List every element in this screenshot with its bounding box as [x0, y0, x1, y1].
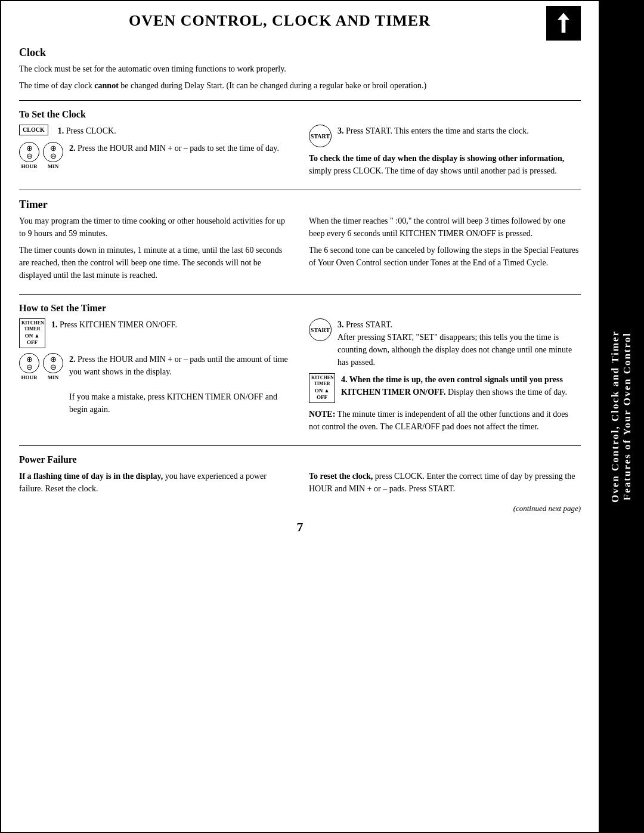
sidebar-inner: Features of Your Oven Control Oven Contr… — [609, 13, 633, 820]
step1-text: 1. Press CLOCK. — [58, 125, 291, 137]
step4-timer-text: 4. When the time is up, the oven control… — [341, 373, 581, 398]
clock-para2-bold: cannot — [94, 81, 118, 90]
set-timer-step4: KITCHENTIMERON ▲ OFF 4. When the time is… — [309, 373, 581, 403]
min-label: MIN — [48, 163, 59, 169]
timer-hour-min-pads: ⊕ ⊖ HOUR ⊕ ⊖ MIN — [19, 353, 63, 380]
kitchen-timer-button-1: KITCHENTIMERON ▲ OFF — [19, 318, 45, 348]
set-clock-step1: CLOCK 1. Press CLOCK. — [19, 125, 291, 137]
clock-button-area: CLOCK — [19, 125, 48, 135]
sidebar-top-text: Features of Your Oven Control — [621, 320, 633, 512]
timer-start-button: START — [309, 318, 332, 341]
power-failure-para1: If a flashing time of day is in the disp… — [19, 470, 291, 495]
timer-para4: The 6 second tone can be canceled by fol… — [309, 244, 581, 269]
hour-pad: ⊕ ⊖ HOUR — [19, 142, 39, 169]
hour-label: HOUR — [21, 163, 38, 169]
page-number: 7 — [19, 519, 581, 535]
sidebar-bottom-section: Oven Control, Clock and Timer — [609, 318, 621, 515]
clock-para2-prefix: The time of day clock — [19, 81, 94, 90]
timer-min-circle: ⊕ ⊖ — [43, 353, 63, 373]
set-timer-step1: KITCHENTIMERON ▲ OFF 1. Press KITCHEN TI… — [19, 318, 291, 348]
clock-button: CLOCK — [19, 125, 48, 135]
set-clock-right-col: START 3. Press START. This enters the ti… — [309, 125, 581, 181]
timer-section: Timer You may program the timer to time … — [19, 199, 581, 286]
set-timer-heading: How to Set the Timer — [19, 303, 581, 314]
sidebar: Features of Your Oven Control Oven Contr… — [600, 1, 643, 832]
check-display-note: To check the time of day when the displa… — [309, 152, 581, 177]
set-clock-heading: To Set the Clock — [19, 109, 581, 120]
timer-left-col: You may program the timer to time cookin… — [19, 215, 291, 286]
set-timer-right-col: START 3. Press START. After pressing STA… — [309, 318, 581, 437]
timer-min-pad: ⊕ ⊖ MIN — [43, 353, 63, 380]
step3-text: 3. Press START. This enters the time and… — [338, 125, 581, 137]
set-timer-left-col: KITCHENTIMERON ▲ OFF 1. Press KITCHEN TI… — [19, 318, 291, 437]
min-pad: ⊕ ⊖ MIN — [43, 142, 63, 169]
set-clock-step3: START 3. Press START. This enters the ti… — [309, 125, 581, 147]
set-clock-left-col: CLOCK 1. Press CLOCK. ⊕ ⊖ — [19, 125, 291, 181]
timer-para3: When the timer reaches " :00," the contr… — [309, 215, 581, 240]
start-button: START — [309, 125, 332, 147]
divider-3 — [19, 294, 581, 295]
timer-hour-label: HOUR — [21, 374, 38, 380]
timer-right-col: When the timer reaches " :00," the contr… — [309, 215, 581, 286]
timer-note: NOTE: The minute timer is independent of… — [309, 408, 581, 433]
power-failure-section: Power Failure If a flashing time of day … — [19, 454, 581, 513]
set-timer-section: How to Set the Timer KITCHENTIMERON ▲ OF… — [19, 303, 581, 437]
clock-para1: The clock must be set for the automatic … — [19, 63, 581, 75]
clock-section: Clock The clock must be set for the auto… — [19, 47, 581, 92]
timer-para1: You may program the timer to time cookin… — [19, 215, 291, 240]
divider-1 — [19, 100, 581, 101]
clock-heading: Clock — [19, 47, 581, 59]
sidebar-top-section: Features of Your Oven Control — [621, 320, 633, 512]
title-icon — [546, 6, 581, 41]
timer-para2: The timer counts down in minutes, 1 minu… — [19, 244, 291, 281]
timer-heading: Timer — [19, 199, 581, 211]
kitchen-timer-button-2: KITCHENTIMERON ▲ OFF — [309, 373, 335, 403]
divider-2 — [19, 190, 581, 190]
hour-min-pads: ⊕ ⊖ HOUR ⊕ ⊖ MIN — [19, 142, 63, 169]
min-circle: ⊕ ⊖ — [43, 142, 63, 162]
step2-text: 2. Press the HOUR and MIN + or – pads to… — [69, 142, 291, 154]
divider-4 — [19, 445, 581, 446]
power-failure-para2: To reset the clock, press CLOCK. Enter t… — [309, 470, 581, 495]
step2-timer-text: 2. Press the HOUR and MIN + or – pads un… — [69, 353, 291, 416]
set-clock-section: To Set the Clock CLOCK 1. Press CLOCK. — [19, 109, 581, 181]
set-clock-step2: ⊕ ⊖ HOUR ⊕ ⊖ MIN — [19, 142, 291, 172]
timer-min-label: MIN — [48, 374, 59, 380]
sidebar-bottom-text: Oven Control, Clock and Timer — [609, 318, 621, 515]
continued-note: (continued next page) — [19, 504, 581, 513]
hour-circle: ⊕ ⊖ — [19, 142, 39, 162]
power-failure-left-col: If a flashing time of day is in the disp… — [19, 470, 291, 499]
clock-para2: The time of day clock cannot be changed … — [19, 79, 581, 92]
clock-para2-suffix: be changed during Delay Start. (It can b… — [119, 81, 426, 90]
power-failure-right-col: To reset the clock, press CLOCK. Enter t… — [309, 470, 581, 499]
timer-hour-circle: ⊕ ⊖ — [19, 353, 39, 373]
set-timer-step2: ⊕ ⊖ HOUR ⊕ ⊖ MIN — [19, 353, 291, 416]
step3-timer-text: 3. Press START. After pressing START, "S… — [338, 318, 581, 368]
power-failure-heading: Power Failure — [19, 454, 581, 465]
page-title: OVEN CONTROL, CLOCK AND TIMER — [19, 12, 540, 30]
timer-hour-pad: ⊕ ⊖ HOUR — [19, 353, 39, 380]
step1-timer-text: 1. Press KITCHEN TIMER ON/OFF. — [51, 318, 291, 331]
set-timer-step3: START 3. Press START. After pressing STA… — [309, 318, 581, 368]
